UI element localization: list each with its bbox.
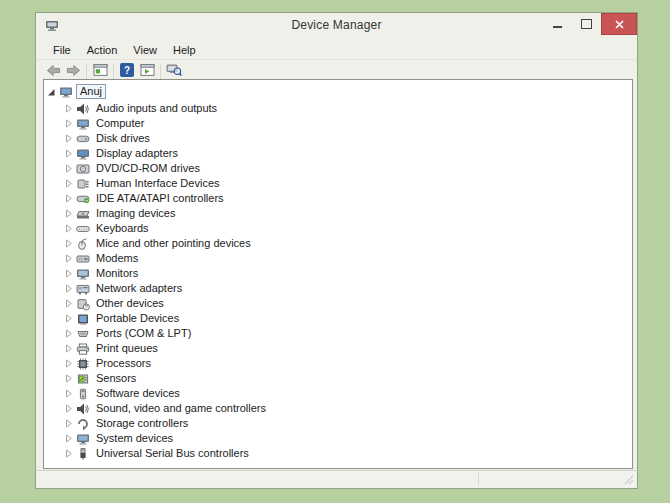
expand-arrow-icon[interactable] — [64, 148, 73, 159]
system-device-icon — [76, 432, 90, 446]
expand-arrow-icon[interactable] — [64, 448, 73, 459]
tree-row[interactable]: DVD/CD-ROM drives — [44, 161, 632, 176]
expand-arrow-icon[interactable] — [64, 238, 73, 249]
tree-row[interactable]: Ports (COM & LPT) — [44, 326, 632, 341]
window-controls — [543, 13, 637, 35]
tree-item-label[interactable]: Other devices — [93, 297, 167, 310]
tree-item-label[interactable]: Portable Devices — [93, 312, 182, 325]
device-manager-window: Device Manager FileActionViewHelp ? Anuj… — [35, 12, 638, 489]
toolbar-separator — [113, 64, 114, 80]
maximize-button[interactable] — [572, 13, 601, 35]
expand-arrow-icon[interactable] — [64, 193, 73, 204]
tree-item-label[interactable]: Audio inputs and outputs — [93, 102, 220, 115]
tree-item-label[interactable]: Print queues — [93, 342, 161, 355]
menu-action[interactable]: Action — [79, 42, 126, 58]
collapse-arrow-icon[interactable] — [47, 86, 56, 97]
tree-item-label[interactable]: DVD/CD-ROM drives — [93, 162, 203, 175]
tree-item-label[interactable]: Keyboards — [93, 222, 152, 235]
expand-arrow-icon[interactable] — [64, 283, 73, 294]
tree-row[interactable]: Storage controllers — [44, 416, 632, 431]
storage-controller-icon — [76, 417, 90, 431]
menu-view[interactable]: View — [125, 42, 165, 58]
tree-item-label[interactable]: Modems — [93, 252, 141, 265]
tree-item-label[interactable]: Human Interface Devices — [93, 177, 223, 190]
expand-arrow-icon[interactable] — [64, 163, 73, 174]
menu-bar: FileActionViewHelp — [36, 40, 637, 60]
expand-arrow-icon[interactable] — [64, 328, 73, 339]
expand-arrow-icon[interactable] — [64, 433, 73, 444]
tree-item-label[interactable]: Computer — [93, 117, 147, 130]
tree-row[interactable]: Display adapters — [44, 146, 632, 161]
display-adapter-icon — [76, 147, 90, 161]
expand-arrow-icon[interactable] — [64, 118, 73, 129]
close-button[interactable] — [601, 13, 637, 35]
tree-item-label[interactable]: Software devices — [93, 387, 183, 400]
tree-item-label[interactable]: Network adapters — [93, 282, 185, 295]
tree-item-label[interactable]: Sound, video and game controllers — [93, 402, 269, 415]
expand-arrow-icon[interactable] — [64, 253, 73, 264]
tree-row[interactable]: Computer — [44, 116, 632, 131]
expand-arrow-icon[interactable] — [64, 133, 73, 144]
expand-arrow-icon[interactable] — [64, 343, 73, 354]
tree-root-label[interactable]: Anuj — [76, 84, 106, 99]
tree-row[interactable]: ?Other devices — [44, 296, 632, 311]
tree-row[interactable]: Network adapters — [44, 281, 632, 296]
tree-row[interactable]: Sound, video and game controllers — [44, 401, 632, 416]
tree-item-label[interactable]: Disk drives — [93, 132, 153, 145]
usb-controller-icon — [76, 447, 90, 461]
expand-arrow-icon[interactable] — [64, 208, 73, 219]
tree-row[interactable]: Sensors — [44, 371, 632, 386]
tree-item-label[interactable]: Ports (COM & LPT) — [93, 327, 194, 340]
tree-row[interactable]: Disk drives — [44, 131, 632, 146]
menu-file[interactable]: File — [45, 42, 79, 58]
tree-row[interactable]: Modems — [44, 251, 632, 266]
menu-help[interactable]: Help — [165, 42, 204, 58]
expand-arrow-icon[interactable] — [64, 223, 73, 234]
tree-item-label[interactable]: Sensors — [93, 372, 139, 385]
expand-arrow-icon[interactable] — [64, 313, 73, 324]
tree-row[interactable]: Universal Serial Bus controllers — [44, 446, 632, 461]
back-arrow-icon — [46, 63, 61, 81]
expand-arrow-icon[interactable] — [64, 388, 73, 399]
device-tree[interactable]: AnujAudio inputs and outputsComputerDisk… — [43, 79, 633, 469]
tree-item-label[interactable]: System devices — [93, 432, 176, 445]
expand-arrow-icon[interactable] — [64, 358, 73, 369]
expand-arrow-icon[interactable] — [64, 418, 73, 429]
tree-item-label[interactable]: Imaging devices — [93, 207, 179, 220]
tree-row[interactable]: Monitors — [44, 266, 632, 281]
minimize-icon — [553, 26, 562, 28]
expand-arrow-icon[interactable] — [64, 178, 73, 189]
tree-row[interactable]: Portable Devices — [44, 311, 632, 326]
expand-arrow-icon[interactable] — [64, 103, 73, 114]
tree-row[interactable]: Mice and other pointing devices — [44, 236, 632, 251]
tree-item-label[interactable]: Processors — [93, 357, 154, 370]
tree-item-label[interactable]: IDE ATA/ATAPI controllers — [93, 192, 227, 205]
tree-item-label[interactable]: Monitors — [93, 267, 141, 280]
tree-item-label[interactable]: Universal Serial Bus controllers — [93, 447, 252, 460]
tree-root-row[interactable]: Anuj — [44, 84, 632, 99]
tree-row[interactable]: Print queues — [44, 341, 632, 356]
tree-row[interactable]: Processors — [44, 356, 632, 371]
tree-item-label[interactable]: Storage controllers — [93, 417, 191, 430]
tree-row[interactable]: Keyboards — [44, 221, 632, 236]
tree-row[interactable]: IDE ATA/ATAPI controllers — [44, 191, 632, 206]
expand-arrow-icon[interactable] — [64, 403, 73, 414]
printer-icon — [76, 342, 90, 356]
tree-row[interactable]: Software devices — [44, 386, 632, 401]
sensor-icon — [76, 372, 90, 386]
tree-row[interactable]: Imaging devices — [44, 206, 632, 221]
title-bar[interactable]: Device Manager — [36, 13, 637, 40]
tree-item-label[interactable]: Mice and other pointing devices — [93, 237, 254, 250]
expand-arrow-icon[interactable] — [64, 373, 73, 384]
tree-item-label[interactable]: Display adapters — [93, 147, 181, 160]
status-divider — [478, 473, 479, 485]
tree-row[interactable]: System devices — [44, 431, 632, 446]
tree-row[interactable]: Human Interface Devices — [44, 176, 632, 191]
desktop: Device Manager FileActionViewHelp ? Anuj… — [0, 0, 670, 503]
expand-arrow-icon[interactable] — [64, 298, 73, 309]
minimize-button[interactable] — [543, 13, 572, 35]
close-icon — [615, 20, 624, 29]
tree-row[interactable]: Audio inputs and outputs — [44, 101, 632, 116]
expand-arrow-icon[interactable] — [64, 268, 73, 279]
resize-grip-icon[interactable] — [622, 473, 634, 485]
